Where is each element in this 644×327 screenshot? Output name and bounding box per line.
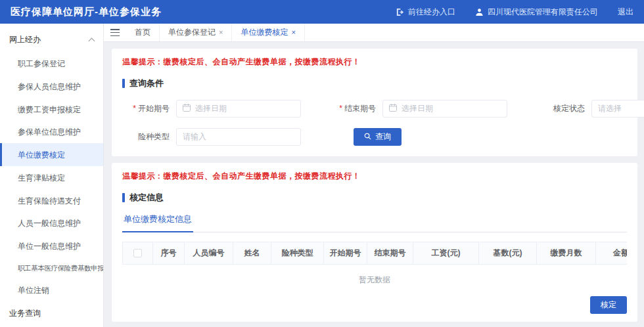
check-status-field: 核定状态 请选择 (538, 100, 644, 118)
sidebar-item-unit-info[interactable]: 参保单位信息维护 (0, 120, 103, 143)
sidebar: 网上经办 职工参保登记 参保人员信息维护 缴费工资申报核定 参保单位信息维护 单… (0, 24, 104, 327)
tab-unit-payment-check-label: 单位缴费核定 (241, 27, 288, 38)
sidebar-item-medical-base-declare[interactable]: 职工基本医疗保险费基数申报 (0, 257, 103, 278)
tab-unit-register-label: 单位参保登记 (168, 27, 216, 38)
result-sub-tabs: 单位缴费核定信息 (122, 213, 627, 232)
app-window: 医疗保障单位网厅-单位参保业务 前往经办入口 四川现代医院管理有限责任公司 退出… (0, 0, 644, 327)
sidebar-item-salary-declare[interactable]: 缴费工资申报核定 (0, 98, 103, 121)
search-button-label: 查询 (375, 131, 391, 142)
top-header: 医疗保障单位网厅-单位参保业务 前往经办入口 四川现代医院管理有限责任公司 退出 (0, 0, 644, 24)
check-status-value: 请选择 (598, 103, 622, 114)
user-account[interactable]: 四川现代医院管理有限责任公司 (475, 7, 598, 18)
result-card: 温馨提示：缴费核定后、会自动产生缴费单据，按缴费流程执行！ 核定信息 单位缴费核… (112, 163, 637, 322)
tab-unit-payment-check-info[interactable]: 单位缴费核定信息 (122, 213, 193, 232)
notice-text: 温馨提示：缴费核定后、会自动产生缴费单据，按缴费流程执行！ (122, 56, 627, 68)
result-section-title-label: 核定信息 (129, 192, 164, 204)
empty-state: 暂无数据 (122, 265, 627, 290)
col-person-id: 人员编号 (185, 242, 233, 264)
check-status-select[interactable]: 请选择 (591, 100, 644, 118)
section-bar-icon (122, 79, 125, 88)
menu-fold-icon[interactable] (110, 29, 120, 36)
result-section-title: 核定信息 (122, 192, 627, 204)
insurance-type-field: 险种类型 请输入 (122, 128, 301, 146)
user-icon (475, 8, 484, 16)
sidebar-item-maternity-allowance[interactable]: 生育津贴核定 (0, 166, 103, 189)
insurance-type-label: 险种类型 (122, 131, 170, 142)
col-name: 姓名 (233, 242, 271, 264)
start-period-label: 开始期号 (122, 103, 170, 114)
tab-unit-payment-check[interactable]: 单位缴费核定 × (232, 24, 304, 41)
sidebar-group-business-query[interactable]: 业务查询 (0, 301, 103, 327)
start-period-placeholder: 选择日期 (195, 103, 227, 114)
section-bar-icon (122, 193, 125, 202)
end-period-placeholder: 选择日期 (402, 103, 433, 114)
sidebar-item-person-info[interactable]: 参保人员信息维护 (0, 75, 103, 98)
collapse-caret-icon (89, 37, 95, 44)
insurance-type-placeholder: 请输入 (183, 131, 206, 142)
tab-bar: 首页 单位参保登记 × 单位缴费核定 × (104, 24, 644, 42)
confirm-button[interactable]: 核定 (590, 296, 627, 314)
check-status-label: 核定状态 (538, 103, 585, 114)
col-end-period: 结束期号 (367, 242, 413, 264)
search-button[interactable]: 查询 (354, 128, 402, 146)
sidebar-group-label: 网上经办 (9, 34, 41, 45)
notice-text: 温馨提示：缴费核定后、会自动产生缴费单据，按缴费流程执行！ (122, 171, 627, 182)
result-table: 序号 人员编号 姓名 险种类型 开始期号 结束期号 工资(元) 基数(元) 缴费… (122, 242, 627, 290)
insurance-type-input[interactable]: 请输入 (176, 128, 301, 146)
sidebar-item-unit-general-info[interactable]: 单位一般信息维护 (0, 234, 103, 257)
sidebar-item-person-general-info[interactable]: 人员一般信息维护 (0, 211, 103, 234)
sidebar-group-online[interactable]: 网上经办 (0, 29, 103, 52)
col-ins-type: 险种类型 (271, 242, 324, 264)
sidebar-item-employee-register[interactable]: 职工参保登记 (0, 52, 103, 75)
query-form: 开始期号 选择日期 结束期号 (122, 100, 627, 146)
page-content: 温馨提示：缴费核定后、会自动产生缴费单据，按缴费流程执行！ 查询条件 开始期号 (104, 42, 644, 327)
col-months: 缴费月数 (537, 242, 596, 264)
sidebar-item-maternity-benefit[interactable]: 生育保险待遇支付 (0, 189, 103, 212)
col-start-period: 开始期号 (324, 242, 367, 264)
table-header-row: 序号 人员编号 姓名 险种类型 开始期号 结束期号 工资(元) 基数(元) 缴费… (122, 242, 627, 265)
close-icon[interactable]: × (291, 29, 295, 36)
end-period-label: 结束期号 (329, 103, 376, 114)
tab-unit-register[interactable]: 单位参保登记 × (160, 24, 232, 41)
col-salary: 工资(元) (413, 242, 479, 264)
tab-home[interactable]: 首页 (126, 24, 160, 41)
tab-home-label: 首页 (135, 27, 150, 38)
logout-button[interactable]: 退出 (618, 7, 633, 18)
page-title: 医疗保障单位网厅-单位参保业务 (11, 6, 162, 18)
calendar-icon (183, 104, 191, 114)
col-amount: 金额(元) (596, 242, 627, 264)
col-base: 基数(元) (479, 242, 537, 264)
col-index: 序号 (153, 242, 185, 264)
query-card: 温馨提示：缴费核定后、会自动产生缴费单据，按缴费流程执行！ 查询条件 开始期号 (112, 49, 637, 156)
start-period-field: 开始期号 选择日期 (122, 100, 301, 118)
portal-entry-label: 前往经办入口 (408, 7, 455, 18)
query-section-title: 查询条件 (122, 77, 627, 89)
select-all-checkbox[interactable] (133, 249, 142, 257)
start-period-input[interactable]: 选择日期 (176, 100, 301, 118)
calendar-icon (389, 104, 397, 114)
select-all-cell (123, 242, 153, 264)
portal-entry-link[interactable]: 前往经办入口 (396, 7, 455, 18)
end-period-field: 结束期号 选择日期 (329, 100, 507, 118)
exit-door-icon (396, 8, 404, 16)
query-section-title-label: 查询条件 (129, 77, 164, 89)
close-icon[interactable]: × (219, 29, 223, 36)
company-name: 四川现代医院管理有限责任公司 (488, 7, 598, 18)
search-icon (364, 133, 371, 142)
sidebar-item-unit-payment-check[interactable]: 单位缴费核定 (0, 143, 103, 166)
sidebar-item-unit-cancel[interactable]: 单位注销 (0, 278, 103, 301)
end-period-input[interactable]: 选择日期 (382, 100, 507, 118)
